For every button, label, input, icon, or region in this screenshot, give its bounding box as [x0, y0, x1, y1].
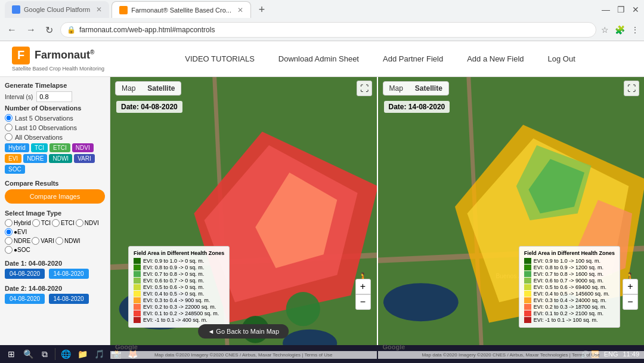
- obs-radio-all[interactable]: [5, 133, 13, 141]
- img-type-soc[interactable]: ●SOC: [5, 246, 30, 254]
- nav-logout[interactable]: Log Out: [548, 54, 575, 63]
- tag-tci[interactable]: TCI: [31, 143, 48, 152]
- legend2-color-3: [524, 278, 531, 284]
- taskbar-separator-1: [55, 348, 55, 360]
- img-type-etci[interactable]: ETCI: [52, 219, 75, 227]
- tag-vari[interactable]: VARI: [74, 154, 95, 163]
- legend-color-3: [134, 278, 141, 284]
- legend-color-6: [134, 297, 141, 303]
- map1-google-logo: Google: [115, 343, 138, 350]
- legend2-text-3: EVI: 0.6 to 0.7 -> 9000 sq. m.: [534, 278, 603, 284]
- img-type-ndwi[interactable]: NDWI: [55, 237, 80, 245]
- img-type-hybrid[interactable]: Hybrid: [5, 219, 31, 227]
- tab-farmonaut[interactable]: Farmonaut® Satellite Based Cro... ✕: [112, 1, 251, 18]
- browser-toolbar: ☆ 🧩 ⋮: [601, 25, 639, 35]
- legend2-color-0: [524, 258, 531, 264]
- map2-controls: Map Satellite ⛶: [378, 81, 645, 96]
- tag-hybrid[interactable]: Hybrid: [5, 143, 29, 152]
- address-bar[interactable]: 🔒 farmonaut.com/web-app.html#mapcontrols: [60, 22, 596, 38]
- tag-evi[interactable]: EVI: [5, 154, 21, 163]
- new-tab-button[interactable]: +: [253, 1, 270, 18]
- nav-video-tutorials[interactable]: VIDEO TUTORIALS: [185, 54, 255, 63]
- legend-color-9: [134, 317, 141, 323]
- obs-radio-5[interactable]: [5, 114, 13, 122]
- logo-name: Farmonaut®: [35, 49, 94, 61]
- svg-point-18: [383, 283, 458, 321]
- google-tab-label: Google Cloud Platform: [24, 6, 90, 13]
- map1-fullscreen-btn[interactable]: ⛶: [357, 81, 372, 96]
- obs-all: All Observations: [5, 133, 105, 141]
- taskbar-folder[interactable]: 📁: [76, 347, 89, 361]
- img-type-ndre[interactable]: NDRE: [5, 237, 30, 245]
- compare-images-button[interactable]: Compare Images: [5, 189, 105, 204]
- date1-btn1[interactable]: 04-08-2020: [5, 269, 45, 279]
- obs-label-10: Last 10 Observations: [15, 124, 77, 131]
- tag-etci[interactable]: ETCI: [49, 143, 70, 152]
- map2-zoom-in[interactable]: +: [623, 279, 638, 294]
- tag-ndwi[interactable]: NDWI: [49, 154, 72, 163]
- back-to-main-map-btn[interactable]: ◄ Go Back to Main Map: [198, 324, 289, 339]
- maps-area: Map Satellite ⛶ Date: 04-08-2020 Field A…: [110, 77, 644, 363]
- sidebar: Generate Timelapse Interval (s) Number o…: [0, 77, 110, 363]
- map2-btn-map[interactable]: Map: [383, 82, 409, 95]
- map1-btn-map[interactable]: Map: [116, 82, 141, 95]
- back-nav-btn[interactable]: ←: [5, 22, 19, 38]
- tag-soc[interactable]: SOC: [5, 165, 25, 174]
- img-type-tci[interactable]: TCI: [32, 219, 51, 227]
- minimize-btn[interactable]: —: [602, 5, 610, 14]
- taskbar-app1[interactable]: 🎵: [92, 347, 106, 361]
- legend-color-4: [134, 284, 141, 290]
- map2-zoom-out[interactable]: −: [623, 294, 638, 310]
- map1-zoom-in[interactable]: +: [355, 279, 371, 294]
- map1-zoom-out[interactable]: −: [355, 294, 371, 310]
- map2-google-logo: Google: [383, 343, 405, 350]
- date2-btn2[interactable]: 14-08-2020: [49, 294, 89, 304]
- legend2-color-1: [524, 264, 531, 270]
- forward-nav-btn[interactable]: →: [24, 22, 38, 38]
- map1-btn-satellite[interactable]: Satellite: [141, 82, 181, 95]
- nav-download-admin[interactable]: Download Admin Sheet: [278, 54, 359, 63]
- map2-legend-title: Field Area in Different Health Zones: [524, 250, 615, 256]
- legend-item-0: EVI: 0.9 to 1.0 -> 0 sq. m.: [134, 258, 224, 264]
- search-taskbar-btn[interactable]: 🔍: [21, 347, 35, 361]
- img-type-evi[interactable]: ●EVI: [5, 228, 27, 236]
- close-btn[interactable]: ✕: [632, 5, 639, 14]
- image-type-section: Select Image Type Hybrid TCI ETCI NDVI ●…: [5, 210, 105, 254]
- tab-google[interactable]: Google Cloud Platform ✕: [5, 1, 109, 18]
- compare-section: Compare Results Compare Images: [5, 180, 105, 204]
- obs-radio-10[interactable]: [5, 124, 13, 131]
- menu-icon[interactable]: ⋮: [631, 25, 639, 35]
- address-text: farmonaut.com/web-app.html#mapcontrols: [79, 26, 215, 34]
- legend2-color-5: [524, 291, 531, 297]
- start-button[interactable]: ⊞: [5, 347, 18, 361]
- farmonaut-tab-close[interactable]: ✕: [237, 6, 243, 14]
- legend-item-4: EVI: 0.5 to 0.6 -> 0 sq. m.: [134, 284, 224, 290]
- date2-label: Date 2: 14-08-2020: [5, 285, 105, 292]
- map-panel-2: Buenos Aires Map Satellite: [377, 77, 645, 363]
- interval-input[interactable]: [36, 91, 72, 102]
- legend-item-6: EVI: 0.3 to 0.4 -> 900 sq. m.: [134, 297, 224, 303]
- tag-ndre[interactable]: NDRE: [23, 154, 47, 163]
- date2-btn1[interactable]: 04-08-2020: [5, 294, 45, 304]
- google-tab-close[interactable]: ✕: [96, 5, 102, 14]
- tag-ndvi[interactable]: NDVI: [72, 143, 94, 152]
- legend-text-1: EVI: 0.8 to 0.9 -> 0 sq. m.: [143, 264, 204, 270]
- refresh-nav-btn[interactable]: ↻: [43, 22, 55, 38]
- nav-add-new-field[interactable]: Add a New Field: [467, 54, 524, 63]
- legend-color-5: [134, 291, 141, 297]
- map2-btn-satellite[interactable]: Satellite: [409, 82, 448, 95]
- img-type-vari[interactable]: VARI: [32, 237, 54, 245]
- legend2-item-3: EVI: 0.6 to 0.7 -> 9000 sq. m.: [524, 278, 615, 284]
- date1-btn2[interactable]: 14-08-2020: [49, 269, 89, 279]
- taskbar-chrome[interactable]: 🌐: [59, 347, 72, 361]
- map2-fullscreen-btn[interactable]: ⛶: [624, 81, 639, 96]
- taskview-btn[interactable]: ⧉: [38, 347, 51, 361]
- extension-icon[interactable]: 🧩: [615, 25, 625, 35]
- nav-add-partner[interactable]: Add Partner Field: [383, 54, 443, 63]
- img-type-ndvi[interactable]: NDVI: [76, 219, 99, 227]
- map1-footer: Map data ©2020 Imagery ©2020 CNES / Airb…: [110, 351, 377, 359]
- maximize-btn[interactable]: ❐: [617, 5, 625, 14]
- legend2-item-0: EVI: 0.9 to 1.0 -> 100 sq. m.: [524, 258, 615, 264]
- legend2-item-2: EVI: 0.7 to 0.8 -> 1600 sq. m.: [524, 271, 615, 277]
- bookmark-icon[interactable]: ☆: [601, 25, 609, 35]
